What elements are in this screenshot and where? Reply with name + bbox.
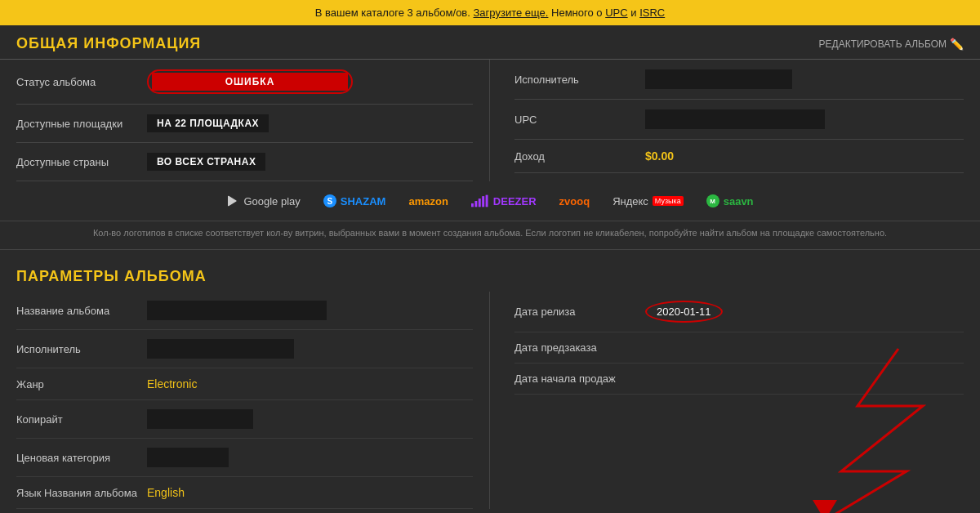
general-info-header: ОБЩАЯ ИНФОРМАЦИЯ РЕДАКТИРОВАТЬ АЛЬБОМ ✏️	[0, 25, 980, 60]
notification-text: В вашем каталоге 3 альбом/ов.	[315, 7, 470, 19]
status-error-border: ОШИБКА	[147, 69, 353, 94]
deezer-icon	[471, 194, 489, 207]
general-info-grid: Статус альбома ОШИБКА Доступные площадки…	[0, 60, 980, 181]
info-left-col: Статус альбома ОШИБКА Доступные площадки…	[16, 60, 490, 181]
saavn-label: saavn	[724, 195, 754, 207]
price-value	[147, 448, 229, 467]
lang-value: English	[147, 486, 185, 499]
platforms-note: Кол-во логотипов в списке соответствует …	[0, 221, 980, 250]
google-play-label: Google play	[243, 195, 300, 207]
google-play-icon	[226, 194, 239, 207]
params-right-col: Дата релиза 2020-01-11 Дата предзаказа Д…	[490, 292, 964, 509]
price-row: Ценовая категория	[16, 439, 473, 477]
edit-album-label: РЕДАКТИРОВАТЬ АЛЬБОМ	[819, 38, 947, 50]
google-play-logo[interactable]: Google play	[226, 194, 300, 207]
shazam-icon: S	[323, 194, 336, 207]
album-name-label: Название альбома	[16, 305, 147, 317]
genre-value: Electronic	[147, 377, 197, 390]
album-params-section: ПАРАМЕТРЫ АЛЬБОМА Название альбома Испол…	[0, 250, 980, 509]
preorder-date-label: Дата предзаказа	[514, 341, 645, 354]
preorder-date-row: Дата предзаказа	[514, 332, 964, 364]
tracks-section: СПИСОК ТРЕКОВ	[0, 509, 980, 513]
artist-value	[645, 69, 792, 89]
release-date-label: Дата релиза	[514, 306, 645, 318]
param-artist-row: Исполнитель	[16, 330, 473, 368]
params-left-col: Название альбома Исполнитель Жанр Electr…	[16, 292, 490, 509]
amazon-label: amazon	[408, 195, 448, 207]
platforms-label: Доступные площадки	[16, 118, 147, 130]
status-label: Статус альбома	[16, 76, 147, 88]
param-artist-label: Исполнитель	[16, 343, 147, 355]
deezer-logo[interactable]: DEEZER	[471, 194, 537, 207]
genre-label: Жанр	[16, 378, 147, 390]
svg-rect-4	[485, 195, 488, 207]
album-name-value	[147, 301, 327, 320]
shazam-logo[interactable]: S SHAZAM	[323, 194, 386, 207]
copyright-row: Копирайт	[16, 400, 473, 439]
status-error-value: ОШИБКА	[152, 73, 348, 91]
isrc-link[interactable]: ISRC	[639, 7, 665, 19]
lang-row: Язык Названия альбома English	[16, 477, 473, 509]
sale-start-label: Дата начала продаж	[514, 372, 645, 385]
yandex-label: Яндекс	[612, 195, 648, 207]
notification-about: Немного о	[551, 7, 603, 19]
edit-album-button[interactable]: РЕДАКТИРОВАТЬ АЛЬБОМ ✏️	[819, 38, 964, 51]
artist-label: Исполнитель	[514, 74, 645, 86]
income-value: $0.00	[645, 149, 674, 163]
notification-and-text: и	[630, 7, 636, 19]
general-info-title: ОБЩАЯ ИНФОРМАЦИЯ	[16, 35, 201, 52]
param-artist-value	[147, 339, 294, 359]
release-date-row: Дата релиза 2020-01-11	[514, 292, 964, 332]
artist-row: Исполнитель	[514, 60, 964, 100]
upc-link[interactable]: UPC	[605, 7, 627, 19]
countries-value: ВО ВСЕХ СТРАНАХ	[147, 153, 265, 171]
countries-label: Доступные страны	[16, 156, 147, 168]
price-label: Ценовая категория	[16, 452, 147, 464]
income-row: Доход $0.00	[514, 140, 964, 173]
svg-rect-2	[479, 199, 481, 207]
countries-row: Доступные страны ВО ВСЕХ СТРАНАХ	[16, 143, 473, 181]
zvooq-logo[interactable]: zvooq	[559, 195, 590, 207]
upc-value	[645, 109, 825, 129]
platform-logos-row: Google play S SHAZAM amazon DEEZER zvooq…	[0, 181, 980, 221]
upc-label: UPC	[514, 114, 645, 126]
copyright-label: Копирайт	[16, 413, 147, 426]
saavn-logo[interactable]: M saavn	[706, 194, 754, 207]
shazam-label: SHAZAM	[341, 195, 386, 207]
svg-rect-3	[482, 196, 484, 207]
lang-label: Язык Названия альбома	[16, 487, 147, 499]
status-row: Статус альбома ОШИБКА	[16, 60, 473, 105]
upload-more-link[interactable]: Загрузите еще.	[474, 7, 549, 19]
zvooq-label: zvooq	[559, 195, 590, 207]
deezer-label: DEEZER	[493, 195, 537, 207]
params-header: ПАРАМЕТРЫ АЛЬБОМА	[16, 258, 964, 292]
params-grid: Название альбома Исполнитель Жанр Electr…	[16, 292, 964, 509]
album-name-row: Название альбома	[16, 292, 473, 330]
svg-rect-1	[474, 201, 477, 207]
svg-rect-0	[471, 203, 474, 207]
sale-start-row: Дата начала продаж	[514, 364, 964, 395]
params-title: ПАРАМЕТРЫ АЛЬБОМА	[16, 268, 207, 285]
release-date-value: 2020-01-11	[645, 301, 723, 323]
yandex-music-badge: Музыка	[653, 196, 684, 206]
income-label: Доход	[514, 150, 645, 163]
notification-bar: В вашем каталоге 3 альбом/ов. Загрузите …	[0, 0, 980, 25]
upc-row: UPC	[514, 100, 964, 140]
platforms-value: НА 22 ПЛОЩАДКАХ	[147, 114, 269, 132]
edit-pencil-icon: ✏️	[950, 38, 964, 51]
copyright-value	[147, 409, 253, 429]
saavn-icon: M	[706, 194, 719, 207]
amazon-logo[interactable]: amazon	[408, 195, 448, 207]
genre-row: Жанр Electronic	[16, 368, 473, 400]
info-right-col: Исполнитель UPC Доход $0.00	[490, 60, 964, 181]
platforms-row: Доступные площадки НА 22 ПЛОЩАДКАХ	[16, 105, 473, 143]
yandex-music-logo[interactable]: Яндекс Музыка	[612, 195, 684, 207]
